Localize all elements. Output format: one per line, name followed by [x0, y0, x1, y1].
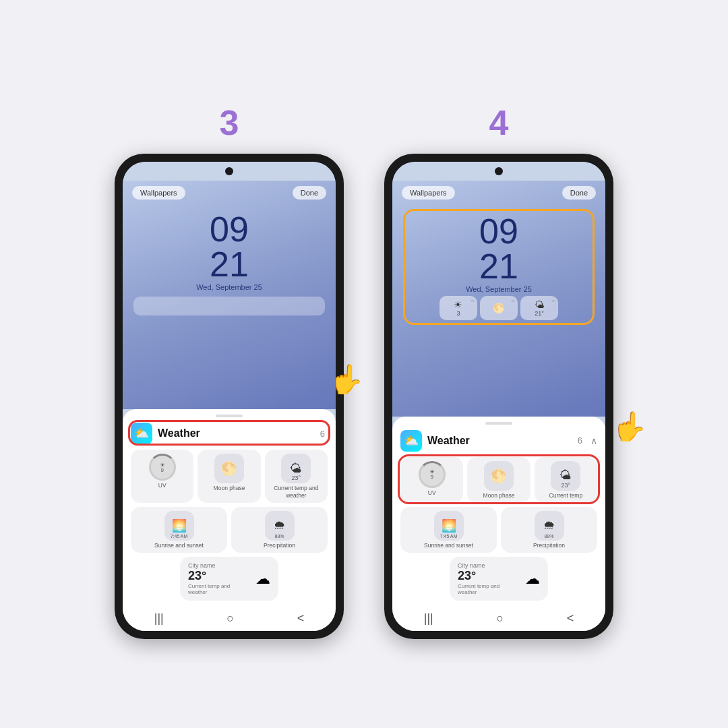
bottom-sheet-4: ⛅ Weather 6 ∧ ☀ 9 — [392, 417, 605, 607]
uv-icon-3: ☀ 9 — [149, 454, 176, 481]
mini-temp-4: − 🌤 21° — [520, 296, 558, 320]
cloud-icon-mini-4: 🌤 — [535, 299, 544, 310]
widget-uv-3[interactable]: ☀ 9 UV — [131, 450, 193, 502]
moon-icon-box-4: 🌕 — [484, 461, 514, 491]
phone-3: Wallpapers Done 09 21 Wed, September 25 — [115, 154, 344, 639]
moon-icon-3: 🌕 — [220, 460, 237, 477]
city-desc-4: Current temp and weather — [458, 583, 518, 595]
sunrise-icon-box-3: 🌅 7:45 AM — [164, 511, 194, 541]
widget-city-3[interactable]: City name 23° Current temp and weather ☁ — [180, 557, 278, 601]
widget-precip-4[interactable]: 🌧 88% Precipitation — [501, 507, 597, 553]
widget-temp-3[interactable]: 🌤 23° Current temp and weather — [265, 450, 328, 502]
orange-border-widget-4: 09 21 Wed, September 25 − ☀ 3 — [403, 209, 595, 325]
nav-home-3[interactable]: ○ — [226, 611, 234, 626]
sheet-header-3[interactable]: ⛅ Weather 6 — [131, 423, 328, 444]
city-temp-3: 23° — [188, 569, 249, 583]
minus-icon-moon-4[interactable]: − — [511, 297, 515, 305]
main-container: 3 Wallpapers Done 09 21 Wed, September — [115, 89, 613, 639]
widget-temp-4[interactable]: 🌤 23° Current temp — [535, 457, 597, 503]
minus-icon-uv-4[interactable]: − — [471, 297, 475, 305]
step-3: 3 Wallpapers Done 09 21 Wed, September — [115, 102, 344, 639]
widget-uv-4[interactable]: ☀ 9 UV — [400, 457, 463, 503]
city-desc-3: Current temp and weather — [188, 583, 249, 595]
widget-city-4[interactable]: City name 23° Current temp and weather ☁ — [450, 557, 548, 601]
wallpaper-4: Wallpapers Done 09 21 Wed, September 25 — [392, 181, 605, 417]
sunrise-icon-box-4: 🌅 7:45 AM — [434, 511, 464, 541]
hand-cursor-4: 👆 — [612, 410, 647, 443]
uv-icon-4: ☀ 9 — [419, 461, 446, 488]
bottom-sheet-3: ⛅ Weather 6 ☀ 9 — [123, 409, 336, 607]
nav-home-4[interactable]: ○ — [496, 611, 504, 626]
top-bar-3: Wallpapers Done — [123, 181, 336, 205]
widget-sunrise-4[interactable]: 🌅 7:45 AM Sunrise and sunset — [400, 507, 497, 553]
temp-icon-box-3: 🌤 23° — [281, 454, 311, 483]
clock-date-4: Wed, September 25 — [408, 285, 590, 293]
nav-lines-3[interactable]: ||| — [154, 611, 164, 626]
widget-moon-3[interactable]: 🌕 Moon phase — [198, 450, 260, 502]
temp-label-4: Current temp — [549, 492, 583, 499]
step-4: 4 Wallpapers Done 09 21 — [384, 102, 613, 639]
moon-label-3: Moon phase — [214, 485, 245, 491]
cloud-icon-3: 🌤 — [290, 462, 302, 476]
widget-precip-3[interactable]: 🌧 88% Precipitation — [231, 507, 328, 553]
weather-app-icon-3: ⛅ — [131, 423, 152, 444]
step-4-number: 4 — [489, 102, 509, 143]
temp-label-3: Current temp and weather — [269, 485, 324, 498]
widget-row1-3: ☀ 9 UV 🌕 Moon phase — [131, 450, 328, 502]
rain-icon-4: 🌧 — [543, 518, 555, 533]
sheet-title-3: Weather — [158, 427, 315, 439]
nav-back-4[interactable]: < — [567, 611, 574, 626]
city-weather-icon-3: ☁ — [255, 570, 270, 588]
city-name-3: City name — [188, 562, 249, 569]
mini-moon-4: − 🌕 — [480, 296, 518, 320]
precip-icon-box-3: 🌧 88% — [265, 511, 295, 541]
done-btn-3[interactable]: Done — [293, 186, 326, 200]
nav-lines-4[interactable]: ||| — [424, 611, 433, 626]
sunrise-label-3: Sunrise and sunset — [154, 542, 204, 549]
wallpapers-btn-4[interactable]: Wallpapers — [402, 186, 455, 200]
nav-bar-4: ||| ○ < — [392, 607, 605, 631]
sunrise-icon-4: 🌅 — [442, 518, 456, 533]
phone-4-inner: Wallpapers Done 09 21 Wed, September 25 — [392, 162, 605, 631]
clock-widget-3: 09 21 Wed, September 25 — [196, 212, 262, 291]
precip-label-3: Precipitation — [264, 542, 295, 549]
done-btn-4[interactable]: Done — [562, 186, 596, 200]
uv-label-3: UV — [158, 482, 166, 489]
notch-3 — [225, 167, 233, 175]
sheet-count-3: 6 — [320, 429, 325, 439]
clock-hour-3: 09 — [196, 212, 262, 247]
wallpaper-3: Wallpapers Done 09 21 Wed, September 25 — [123, 181, 336, 409]
mini-uv-4: − ☀ 3 — [439, 296, 477, 320]
sheet-header-4[interactable]: ⛅ Weather 6 ∧ — [400, 430, 597, 452]
minus-icon-temp-4[interactable]: − — [551, 297, 555, 305]
wallpapers-btn-3[interactable]: Wallpapers — [132, 186, 185, 200]
weather-app-icon-4: ⛅ — [400, 430, 422, 452]
sunrise-icon-3: 🌅 — [172, 518, 187, 533]
sunrise-label-4: Sunrise and sunset — [424, 542, 473, 549]
notch-4 — [495, 167, 503, 175]
sun-icon-mini-4: ☀ — [454, 299, 462, 310]
nav-back-3[interactable]: < — [297, 611, 305, 626]
rain-icon-3: 🌧 — [274, 518, 286, 533]
moon-icon-mini-4: 🌕 — [493, 303, 504, 313]
step-3-number: 3 — [220, 102, 239, 143]
city-name-4: City name — [458, 562, 518, 569]
city-weather-icon-4: ☁ — [525, 570, 540, 588]
clock-min-3: 21 — [196, 247, 262, 282]
widget-sunrise-3[interactable]: 🌅 7:45 AM Sunrise and sunset — [131, 507, 227, 553]
clock-min-4: 21 — [408, 249, 590, 284]
clock-date-3: Wed, September 25 — [196, 283, 262, 291]
moon-label-4: Moon phase — [483, 492, 515, 499]
city-text-3: City name 23° Current temp and weather — [188, 562, 249, 595]
notch-bar-4 — [392, 162, 605, 181]
chevron-icon-4[interactable]: ∧ — [590, 435, 597, 446]
empty-widget-3 — [133, 297, 325, 315]
phone-3-inner: Wallpapers Done 09 21 Wed, September 25 — [123, 162, 336, 631]
widget-sub-row-4: − ☀ 3 − 🌕 − 🌤 21° — [408, 296, 590, 320]
widget-row2-4: 🌅 7:45 AM Sunrise and sunset 🌧 88% Preci… — [400, 507, 597, 553]
widget-moon-4[interactable]: 🌕 Moon phase — [467, 457, 530, 503]
clock-hour-4: 09 — [408, 214, 590, 249]
moon-icon-box-3: 🌕 — [214, 454, 244, 483]
sheet-handle-3 — [216, 415, 243, 417]
clock-widget-4: 09 21 Wed, September 25 — [408, 214, 590, 293]
